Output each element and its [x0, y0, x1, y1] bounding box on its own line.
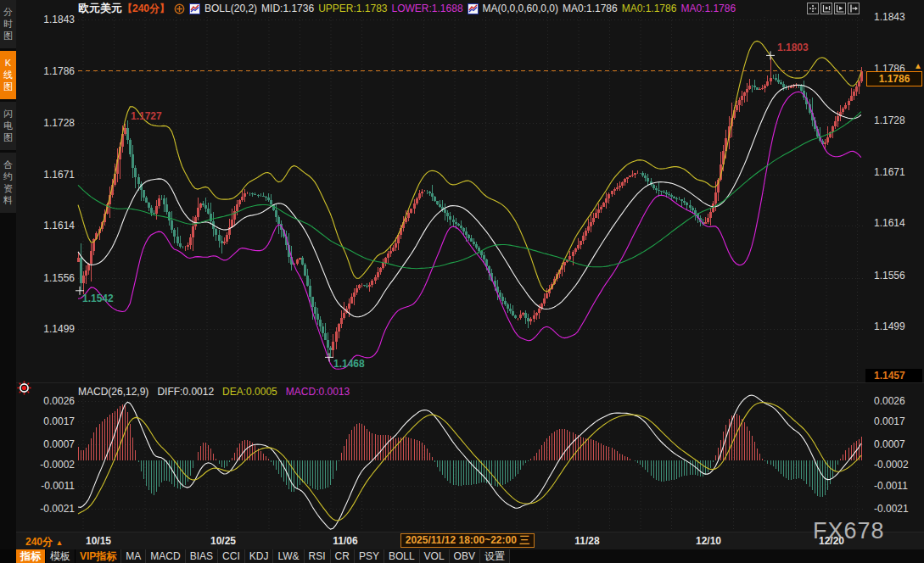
sidebar-tab-inactive[interactable]: 闪电图: [0, 102, 16, 150]
zoom-in-x-axis-icon[interactable]: [820, 3, 832, 14]
toolbar-item[interactable]: BIAS: [186, 549, 218, 563]
tab-char: 图: [0, 30, 16, 42]
boll-lower-value: LOWER:1.1688: [392, 3, 463, 14]
ma-name-label: MA(0,0,0,60,0,0): [483, 3, 558, 14]
chart-type-sidebar: 分时图K线图闪电图合约资料: [0, 0, 16, 549]
ma0-magenta-value: MA0:1.1786: [680, 3, 736, 14]
toolbar-item[interactable]: BOLL: [384, 549, 420, 563]
circled-plus-icon[interactable]: [174, 3, 185, 14]
macd-tick-label: -0.0021: [874, 504, 909, 514]
toolbar-item[interactable]: 设置: [480, 549, 510, 563]
range-low-label: 1.1457: [865, 369, 922, 382]
main-chart-legend: 欧元美元 【240分】 BOLL(20,2) MID:1.1736 UPPER:…: [78, 2, 736, 15]
ma0-white-value: MA0:1.1786: [563, 3, 618, 14]
price-tick-label: 1.1556: [874, 270, 905, 281]
tab-char: 时: [0, 18, 16, 30]
macd-title: MACD(26,12,9): [78, 386, 148, 398]
toolbar-item[interactable]: MA: [121, 549, 146, 563]
overlay-BOLL_MID: [78, 85, 861, 317]
macd-diff-value: DIFF:0.0012: [157, 386, 214, 398]
period-text: 240分: [25, 536, 53, 548]
price-annotation: 1.1468: [333, 359, 365, 369]
date-tick-label: 11/06: [333, 535, 357, 547]
tab-char: 线: [0, 69, 16, 81]
tab-char: K: [0, 57, 16, 69]
tab-char: 图: [0, 131, 16, 143]
move-tool-icon[interactable]: [807, 3, 819, 14]
chart-application: 分时图K线图闪电图合约资料 欧元美元 【240分】 BOLL(20,2) MID…: [0, 0, 924, 563]
tab-char: 资: [0, 182, 16, 194]
selected-candle-datetime: 2025/11/12 18:00~22:00 三: [400, 533, 535, 548]
price-annotation: 1.1803: [777, 42, 809, 53]
macd-tick-label: 0.0026: [874, 396, 905, 406]
macd-macd-value: MACD:0.0013: [286, 386, 350, 398]
date-tick-label: 10/15: [86, 535, 111, 547]
date-tick-label: 10/25: [210, 535, 236, 547]
price-tick-label: 1.1614: [874, 218, 905, 228]
period-badge: 【240分】: [122, 2, 170, 16]
tab-char: 图: [0, 81, 16, 92]
toolbar-item-group: 指标模板VIP指标MAMACDBIASCCIKDJLW&RSICRPSYBOLL…: [16, 549, 510, 563]
tab-char: 约: [0, 170, 16, 182]
toolbar-item[interactable]: OBV: [450, 549, 480, 563]
overlay-BOLL_LOWER: [78, 92, 861, 369]
toolbar-item[interactable]: VOL: [420, 549, 450, 563]
period-arrow-icon: ▲: [55, 538, 63, 547]
price-tick-label: 1.1499: [874, 321, 905, 332]
extreme-cross-marker: [766, 51, 775, 59]
up-candles: [78, 55, 863, 358]
toolbar-item[interactable]: LW&: [273, 549, 304, 563]
pan-right-icon[interactable]: [848, 3, 860, 14]
date-tick-label: 11/28: [574, 535, 599, 547]
toolbar-item[interactable]: 指标: [16, 549, 46, 563]
indicator-chart-glyph: [468, 3, 479, 14]
indicator-chart-icon[interactable]: [468, 3, 479, 14]
date-axis-row: 240分 ▲ 2025/11/12 18:00~22:00 三 10/1510/…: [0, 532, 924, 549]
macd-tick-label: 0.0007: [874, 439, 905, 449]
last-price-box: 1.1786: [866, 71, 922, 86]
tab-char: 料: [0, 194, 16, 206]
sidebar-tab-active[interactable]: K线图: [0, 51, 16, 99]
zoom-out-x-axis-icon[interactable]: [834, 3, 846, 14]
macd-tick-label: -0.0011: [874, 481, 908, 491]
tab-char: 电: [0, 120, 16, 131]
macd-histogram-negative: [139, 460, 838, 497]
tab-char: 闪: [0, 108, 16, 120]
sidebar-tab-inactive[interactable]: 合约资料: [0, 153, 16, 213]
indicator-chart-glyph: [189, 3, 200, 14]
tab-char: 分: [0, 6, 16, 18]
toolbar-item[interactable]: CCI: [218, 549, 245, 563]
tab-char: 合: [0, 159, 16, 170]
toolbar-item[interactable]: RSI: [305, 549, 331, 563]
price-tick-label: 1.1728: [874, 115, 905, 125]
period-selector[interactable]: 240分 ▲: [25, 535, 63, 549]
toolbar-corner: [0, 549, 16, 563]
fx678-watermark: FX678: [813, 518, 885, 544]
toolbar-item[interactable]: PSY: [355, 549, 384, 563]
macd-dea-value: DEA:0.0005: [222, 386, 277, 398]
candlestick-chart-canvas[interactable]: [0, 0, 924, 563]
boll-upper-value: UPPER:1.1783: [318, 3, 387, 14]
extreme-cross-marker: [325, 353, 333, 361]
down-candles: [81, 74, 824, 358]
candles: [78, 55, 863, 358]
boll-mid-value: MID:1.1736: [261, 3, 314, 14]
chart-toolbar-icons: [807, 3, 860, 14]
sidebar-tab-inactive[interactable]: 分时图: [0, 0, 16, 48]
toolbar-item[interactable]: CR: [331, 549, 355, 563]
toolbar-item[interactable]: MACD: [146, 549, 185, 563]
macd-legend: MACD(26,12,9) DIFF:0.0012 DEA:0.0005 MAC…: [78, 386, 350, 398]
toolbar-item[interactable]: VIP指标: [76, 549, 121, 563]
indicator-chart-icon[interactable]: [189, 3, 200, 14]
ma0-yellow-value: MA0:1.1786: [622, 3, 677, 14]
macd-tick-label: 0.0017: [874, 416, 905, 426]
toolbar-item[interactable]: KDJ: [245, 549, 274, 563]
symbol-name: 欧元美元: [78, 1, 122, 16]
date-tick-label: 12/10: [696, 535, 721, 547]
price-up-arrow-icon: ▲: [914, 61, 922, 70]
toolbar-item[interactable]: 模板: [46, 549, 76, 563]
price-tick-label: 1.1843: [874, 12, 905, 22]
macd-alert-icon[interactable]: [17, 381, 31, 395]
toolbar-filler: [510, 549, 924, 563]
price-annotation: 1.1542: [82, 293, 114, 304]
